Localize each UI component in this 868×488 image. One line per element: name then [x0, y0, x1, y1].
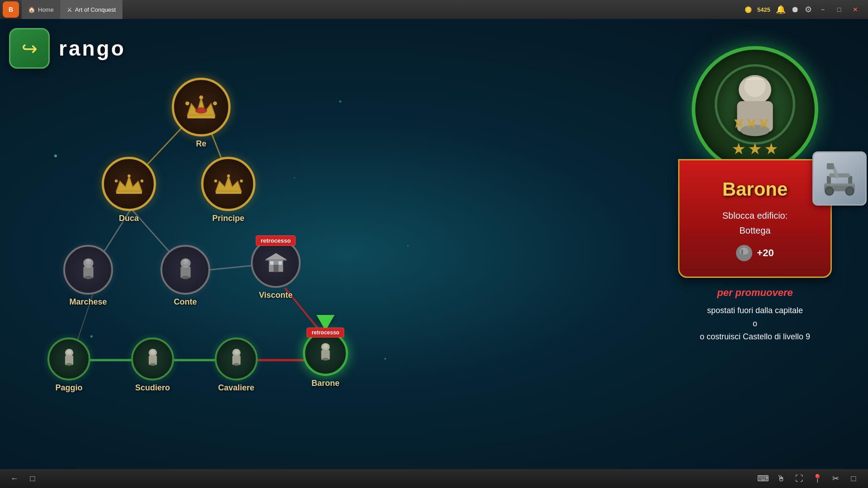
- game-area: rango: [0, 19, 868, 488]
- promo-title: per promuovere: [678, 287, 832, 299]
- svg-point-23: [214, 179, 217, 183]
- rank-node-duca[interactable]: Duca: [102, 157, 156, 223]
- bonus-value: +20: [757, 247, 774, 259]
- marchese-label: Marchese: [69, 297, 107, 307]
- svg-rect-39: [265, 259, 286, 260]
- rank-node-visconte[interactable]: retrocesso Visconte: [251, 238, 301, 300]
- rank-node-marchese[interactable]: Marchese: [63, 245, 113, 307]
- principe-label: Principe: [212, 214, 244, 223]
- rank-node-re[interactable]: Re: [172, 78, 231, 149]
- conte-knight-icon: [175, 258, 196, 282]
- tab-home[interactable]: 🏠 Home: [22, 0, 61, 19]
- duca-crown-icon: [114, 173, 144, 195]
- barone-label: Barone: [311, 379, 340, 388]
- svg-rect-71: [827, 163, 834, 169]
- record-icon[interactable]: ⏺: [791, 5, 799, 14]
- svg-point-66: [846, 187, 854, 195]
- badge-star-2: [749, 143, 761, 155]
- conte-label: Conte: [174, 297, 197, 307]
- bottombar-left-controls: ← □: [7, 471, 40, 486]
- rank-badge: [692, 46, 818, 173]
- aoc-icon: ⚔: [67, 6, 72, 13]
- svg-point-25: [240, 179, 243, 183]
- svg-point-19: [127, 174, 131, 178]
- bonus-row: +20: [690, 245, 820, 261]
- svg-rect-69: [830, 174, 850, 178]
- building-name: Bottega: [690, 225, 820, 236]
- promo-text-line1: spostati fuori dalla capitale: [678, 304, 832, 317]
- re-crown-icon: [185, 95, 217, 120]
- helmet-svg: [738, 247, 750, 259]
- re-label: Re: [196, 139, 206, 149]
- fullscreen-button[interactable]: ⛶: [792, 471, 807, 486]
- rank-tree: Re Duca: [27, 55, 411, 462]
- svg-point-42: [66, 363, 72, 366]
- rank-node-conte[interactable]: Conte: [160, 245, 210, 307]
- notification-icon[interactable]: 🔔: [776, 5, 786, 14]
- keyboard-button[interactable]: ⌨: [756, 471, 770, 486]
- tab-aoc-label: Art of Conquest: [75, 6, 116, 13]
- rank-node-principe[interactable]: Principe: [201, 157, 255, 223]
- settings-icon[interactable]: ⚙: [805, 5, 812, 14]
- scudiero-knight-icon: [143, 348, 162, 370]
- coin-icon: 🪙: [745, 6, 752, 13]
- svg-point-18: [114, 179, 118, 183]
- svg-rect-37: [270, 261, 274, 265]
- rank-node-paggio[interactable]: Paggio: [47, 338, 90, 393]
- visconte-retrocesso-badge: retrocesso: [256, 235, 296, 246]
- svg-rect-17: [116, 191, 142, 194]
- rank-card: Barone Sblocca edificio: Bottega +20: [678, 159, 832, 278]
- cavaliere-knight-icon: [227, 348, 246, 370]
- svg-marker-16: [116, 176, 142, 191]
- bottombar-right-controls: ⌨ 🖱 ⛶ 📍 ✂ □: [756, 471, 861, 486]
- visconte-building-icon: [264, 252, 288, 274]
- svg-point-28: [84, 276, 92, 279]
- badge-star-1: [732, 143, 745, 155]
- badge-stars: [732, 143, 778, 155]
- svg-point-32: [181, 276, 189, 279]
- rank-node-barone-current[interactable]: retrocesso Barone: [303, 331, 348, 388]
- home-nav-button[interactable]: □: [25, 471, 40, 486]
- capture-button[interactable]: □: [846, 471, 861, 486]
- location-button[interactable]: 📍: [810, 471, 825, 486]
- helmet-icon: [736, 245, 752, 261]
- rank-node-scudiero[interactable]: Scudiero: [131, 338, 174, 393]
- cavaliere-label: Cavaliere: [218, 383, 254, 393]
- barone-retrocesso-badge: retrocesso: [307, 328, 344, 338]
- back-button[interactable]: [9, 28, 50, 69]
- svg-rect-36: [274, 265, 278, 272]
- back-nav-button[interactable]: ←: [7, 471, 22, 486]
- paggio-knight-icon: [60, 348, 79, 370]
- titlebar-controls: 🪙 5425 🔔 ⏺ ⚙ − □ ✕: [745, 4, 868, 15]
- duca-label: Duca: [119, 214, 139, 223]
- svg-point-46: [150, 363, 156, 366]
- right-panel: Barone Sblocca edificio: Bottega +20 per…: [678, 46, 832, 343]
- mouse-button[interactable]: 🖱: [774, 471, 788, 486]
- badge-star-3: [765, 143, 778, 155]
- svg-rect-11: [187, 115, 215, 118]
- svg-rect-22: [216, 191, 241, 194]
- unlock-label: Sblocca edificio:: [690, 209, 820, 222]
- rank-node-cavaliere[interactable]: Cavaliere: [215, 338, 258, 393]
- svg-point-54: [322, 357, 329, 360]
- barone-badge-svg: [714, 64, 796, 145]
- promo-text-line2: o costruisci Castello di livello 9: [678, 330, 832, 343]
- svg-marker-35: [265, 253, 286, 259]
- rank-name: Barone: [690, 178, 820, 200]
- svg-rect-76: [741, 249, 743, 254]
- promo-separator: o: [678, 319, 832, 328]
- maximize-button[interactable]: □: [834, 4, 844, 15]
- home-icon: 🏠: [28, 6, 35, 13]
- svg-point-12: [185, 101, 189, 105]
- minimize-button[interactable]: −: [817, 4, 828, 15]
- svg-point-14: [213, 101, 217, 105]
- close-button[interactable]: ✕: [850, 4, 861, 15]
- svg-point-13: [199, 95, 203, 99]
- cut-button[interactable]: ✂: [828, 471, 843, 486]
- bottega-building-svg: [819, 158, 860, 199]
- bottombar: ← □ ⌨ 🖱 ⛶ 📍 ✂ □: [0, 469, 868, 488]
- coin-value: 5425: [757, 6, 770, 13]
- tab-art-of-conquest[interactable]: ⚔ Art of Conquest: [61, 0, 123, 19]
- svg-point-50: [233, 363, 240, 366]
- svg-point-20: [140, 179, 143, 183]
